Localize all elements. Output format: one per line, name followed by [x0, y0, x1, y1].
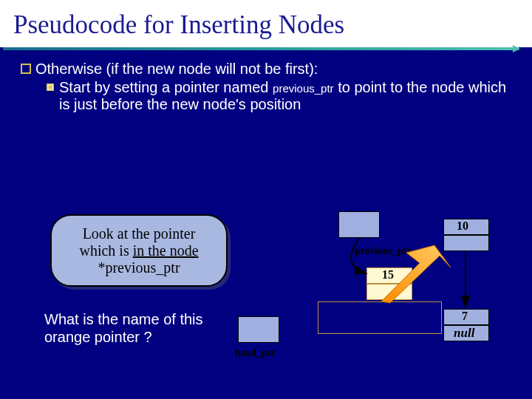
subbullet-text: Start by setting a pointer named previou…: [59, 79, 511, 113]
head-ptr-box: [238, 316, 279, 343]
square-bullet-icon: [21, 64, 31, 74]
node-7-label: 7: [462, 310, 468, 323]
node-15-ptr: [366, 284, 412, 300]
callout-l2a: which is: [79, 242, 132, 259]
previous-ptr-label: previous_ptr: [355, 245, 412, 257]
svg-rect-0: [21, 64, 30, 73]
null-label: null: [454, 326, 474, 341]
yellow-highlight-rect: [318, 301, 442, 334]
title-divider: [3, 47, 519, 50]
sub-part1: Start by setting a pointer named: [59, 79, 273, 95]
title-bar: Pseudocode for Inserting Nodes: [0, 0, 532, 47]
diagram-area: previous_ptr head_ptr 10 15 7 null: [229, 207, 525, 384]
callout-l3: *previous_ptr: [98, 259, 180, 276]
filled-square-bullet-icon: [46, 83, 55, 92]
bullet1-text: Otherwise (if the new node will not be f…: [35, 61, 318, 78]
head-ptr-label: head_ptr: [235, 347, 275, 359]
node-10-label: 10: [457, 219, 468, 233]
sub-mono: previous_ptr: [273, 82, 334, 95]
callout-l2b: in the node: [133, 242, 199, 259]
bullet-level1: Otherwise (if the new node will not be f…: [21, 61, 511, 78]
callout-l1: Look at the pointer: [83, 225, 196, 242]
node-15-label: 15: [382, 268, 394, 282]
previous-ptr-box: [338, 211, 380, 238]
callout-bubble: Look at the pointer which is in the node…: [50, 214, 228, 287]
bullet-content: Otherwise (if the new node will not be f…: [0, 50, 532, 123]
bullet-level2: Start by setting a pointer named previou…: [46, 79, 511, 113]
slide-title: Pseudocode for Inserting Nodes: [13, 10, 519, 40]
question-text: What is the name of this orange pointer …: [44, 310, 229, 346]
node-10-ptr: [443, 235, 489, 251]
